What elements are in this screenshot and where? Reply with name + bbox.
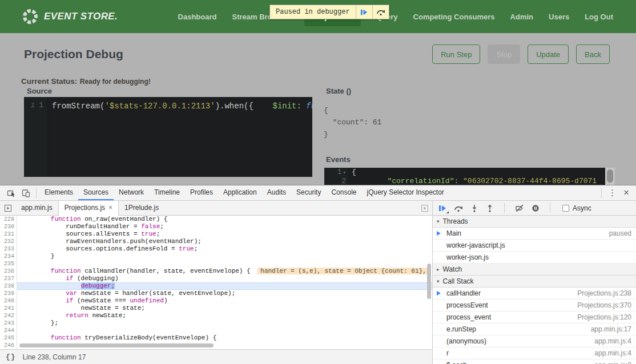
code-token: "06302702-8837-44f4-8695-d7071 — [463, 177, 597, 185]
run-step-button[interactable]: Run Step — [432, 45, 480, 64]
update-button[interactable]: Update — [528, 45, 569, 64]
section-header-watch[interactable]: ▸Watch — [433, 264, 636, 276]
horizontal-scrollbar-thumb[interactable] — [19, 343, 214, 347]
devtools-tab-profiles[interactable]: Profiles — [185, 185, 218, 200]
line-number[interactable]: 243 — [0, 319, 17, 327]
line-number[interactable]: 230 — [0, 223, 17, 230]
step-over-button[interactable] — [454, 204, 463, 212]
fold-caret-icon[interactable]: ▾ — [343, 170, 346, 176]
item-label: process_event — [446, 313, 491, 321]
deactivate-breakpoints-button[interactable] — [515, 204, 524, 212]
code-line-234: 234 } — [0, 253, 432, 260]
devtools-tab-sources[interactable]: Sources — [78, 185, 114, 200]
banner-step-over-button[interactable] — [372, 5, 389, 19]
sidebar-item-processevent[interactable]: processEventProjections.js:370 — [433, 300, 636, 312]
line-number[interactable]: 234 — [0, 253, 17, 260]
devtools-tab-console[interactable]: Console — [326, 185, 361, 200]
line-number[interactable]: 231 — [0, 230, 17, 238]
line-number[interactable]: 233 — [0, 245, 17, 253]
events-editor[interactable]: 1▾{2 "correlationId": "06302702-8837-44f… — [324, 168, 605, 185]
devtools-close-icon[interactable]: × — [620, 187, 633, 199]
back-button[interactable]: Back — [576, 45, 610, 64]
nav-item-users[interactable]: Users — [549, 13, 569, 21]
debugger-toolbar: Async — [433, 201, 636, 216]
events-line-number: 1▾ — [324, 168, 348, 177]
sidebar-item-process-event[interactable]: process_eventProjections.js:120 — [433, 312, 636, 323]
pause-on-exceptions-button[interactable] — [532, 204, 540, 212]
code-editor[interactable]: 229 function on_raw(eventHandler) {230 r… — [0, 216, 432, 349]
line-number[interactable]: 246 — [0, 342, 17, 349]
devtools-tab-elements[interactable]: Elements — [39, 185, 78, 200]
code-line-229: 229 function on_raw(eventHandler) { — [0, 216, 432, 223]
step-into-button[interactable] — [470, 204, 478, 212]
close-tab-icon[interactable]: × — [108, 204, 112, 212]
step-out-button[interactable] — [486, 204, 494, 212]
nav-item-admin[interactable]: Admin — [510, 13, 533, 21]
sidebar-item-e-runstep[interactable]: e.runStepapp.min.js:17 — [433, 323, 636, 335]
events-code-text: { — [348, 168, 356, 177]
sidebar-item-worker-json-js[interactable]: worker-json.js — [433, 252, 636, 264]
code-token — [21, 268, 51, 274]
devtools-menu-icon[interactable]: ⋮ — [605, 188, 620, 198]
code-token — [21, 297, 66, 304]
code-line-241: 241 newState = state; — [0, 305, 432, 312]
editor-status-bar: {} Line 238, Column 17 — [0, 349, 432, 364]
async-checkbox[interactable] — [562, 205, 569, 212]
devtools-tab-timeline[interactable]: Timeline — [149, 185, 185, 200]
sidebar-item-main[interactable]: Mainpaused — [433, 228, 636, 240]
line-number[interactable]: 236 — [0, 268, 17, 275]
banner-resume-button[interactable] — [356, 5, 372, 19]
line-number[interactable]: 240 — [0, 297, 17, 305]
line-number[interactable]: 242 — [0, 312, 17, 319]
state-section-label: State () — [326, 87, 351, 95]
line-number[interactable]: 244 — [0, 327, 17, 334]
brand[interactable]: EVENT STORE. — [22, 8, 118, 25]
nav-item-dashboard[interactable]: Dashboard — [178, 13, 217, 21]
resume-script-button[interactable] — [438, 204, 446, 212]
sidebar-item-r[interactable]: rapp.min.js:4 — [433, 347, 636, 359]
nav-item-log-out[interactable]: Log Out — [585, 13, 613, 21]
toolbar-separator — [550, 203, 550, 213]
show-sidebar-icon[interactable] — [417, 201, 432, 215]
line-number[interactable]: 241 — [0, 305, 17, 312]
sidebar-item-anonymous[interactable]: (anonymous)app.min.js:4 — [433, 335, 636, 347]
events-scrollbar-thumb[interactable] — [607, 169, 613, 183]
pretty-print-icon[interactable]: {} — [6, 353, 16, 361]
events-scrollbar[interactable] — [605, 168, 615, 185]
devtools-tab-audits[interactable]: Audits — [262, 185, 291, 200]
show-navigator-icon[interactable] — [0, 201, 15, 215]
sidebar-item-worker-javascript-js[interactable]: worker-javascript.js — [433, 240, 636, 252]
line-number[interactable]: 238 — [0, 282, 17, 290]
line-number[interactable]: 235 — [0, 260, 17, 268]
file-tab-app-min-js[interactable]: app.min.js — [15, 201, 58, 215]
line-number[interactable]: 232 — [0, 238, 17, 245]
source-editor-gutter: i1 — [24, 97, 48, 177]
devtools-tab-security[interactable]: Security — [291, 185, 326, 200]
item-label: $.each — [446, 361, 467, 364]
source-code-editor[interactable]: i1 fromStream('$stats-127.0.0.1:2113').w… — [24, 97, 312, 177]
section-header-call-stack[interactable]: ▾Call Stack — [433, 276, 636, 288]
section-header-threads[interactable]: ▾Threads — [433, 216, 636, 228]
nav-item-competing-consumers[interactable]: Competing Consumers — [413, 13, 495, 21]
code-token: '$stats-127.0.0.1:2113' — [104, 102, 215, 111]
line-number[interactable]: 239 — [0, 290, 17, 297]
code-line-236: 236 function callHandler(handler, state,… — [0, 268, 432, 275]
devtools-tab-jquery-selector-inspector[interactable]: jQuery Selector Inspector — [361, 185, 449, 200]
sidebar-item-each[interactable]: $.eachapp.min.js:2 — [433, 359, 636, 364]
line-number[interactable]: 229 — [0, 216, 17, 223]
code-token: true — [141, 230, 156, 237]
sidebar-item-callhandler[interactable]: callHandlerProjections.js:238 — [433, 288, 636, 300]
inspect-element-button[interactable] — [3, 185, 18, 200]
vertical-scrollbar-thumb[interactable] — [427, 264, 431, 299]
file-tab-projections-js[interactable]: Projections.js× — [58, 201, 119, 215]
line-number[interactable]: 245 — [0, 334, 17, 342]
devtools-tab-network[interactable]: Network — [114, 185, 149, 200]
devtools-tab-application[interactable]: Application — [218, 185, 262, 200]
lint-marker-icon: i — [30, 101, 35, 110]
item-label: r — [446, 349, 449, 357]
line-number[interactable]: 237 — [0, 275, 17, 282]
code-token: newState; — [88, 312, 126, 319]
code-text: function tryDeserializeBody(eventEnvelop… — [17, 334, 432, 342]
device-toolbar-button[interactable] — [18, 185, 33, 200]
file-tab-1prelude-js[interactable]: 1Prelude.js — [119, 201, 164, 215]
